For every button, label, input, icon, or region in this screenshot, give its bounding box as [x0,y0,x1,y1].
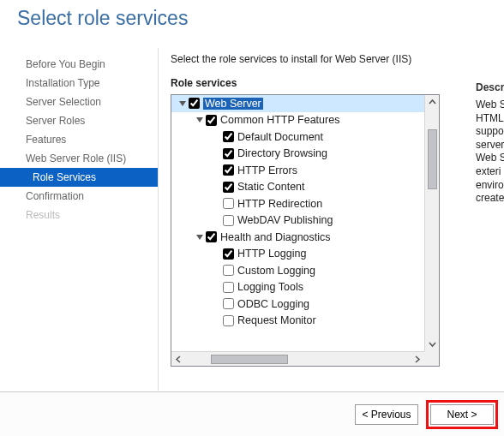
next-button[interactable]: Next > [430,404,494,425]
tree-node[interactable]: Web Server [171,95,424,112]
tree-checkbox[interactable] [189,98,200,109]
previous-button[interactable]: < Previous [355,404,418,425]
tree-node[interactable]: HTTP Errors [171,162,424,179]
tree-checkbox[interactable] [223,148,234,159]
scroll-right-icon[interactable] [411,353,424,366]
scroll-down-icon[interactable] [426,337,439,351]
sidebar-item-label: Installation Type [26,77,100,89]
tree-checkbox[interactable] [223,265,234,276]
vertical-scrollbar[interactable] [424,95,439,351]
scroll-thumb-h[interactable] [211,355,288,364]
tree-node-label: WebDAV Publishing [237,214,333,226]
tree-node[interactable]: ODBC Logging [171,296,424,313]
role-services-tree[interactable]: Web ServerCommon HTTP FeaturesDefault Do… [171,94,440,367]
tree-node[interactable]: HTTP Redirection [171,195,424,212]
tree-checkbox[interactable] [223,131,234,142]
tree-node[interactable]: Logging Tools [171,279,424,296]
tree-node[interactable]: Health and Diagnostics [171,229,424,246]
role-services-label: Role services [171,77,504,89]
tree-node[interactable]: Custom Logging [171,262,424,279]
sidebar-item-confirmation[interactable]: Confirmation [0,187,158,206]
sidebar-item-label: Confirmation [26,190,84,202]
expand-collapse-icon[interactable] [194,233,206,242]
tree-node-label: Common HTTP Features [220,114,339,126]
description-heading: Descr [476,81,504,93]
sidebar-item-server-selection[interactable]: Server Selection [0,93,158,111]
instruction-text: Select the role services to install for … [171,53,504,65]
tree-node-label: Health and Diagnostics [220,231,331,243]
tree-node[interactable]: WebDAV Publishing [171,212,424,230]
tree-node[interactable]: Default Document [171,128,424,146]
tree-node-label: Request Monitor [237,314,316,326]
tree-node-label: ODBC Logging [237,298,309,310]
tree-checkbox[interactable] [223,182,234,193]
sidebar-item-label: Server Roles [26,115,85,127]
sidebar-item-results: Results [0,206,158,224]
sidebar-item-label: Server Selection [26,96,101,108]
tree-node-label: Static Content [237,181,305,193]
tree-checkbox[interactable] [223,215,234,226]
tree-node[interactable]: HTTP Logging [171,246,424,263]
tree-node-label: HTTP Logging [237,248,306,260]
scroll-left-icon[interactable] [171,353,185,366]
tree-node[interactable]: Request Monitor [171,313,424,330]
horizontal-scrollbar[interactable] [171,351,424,366]
expand-collapse-icon[interactable] [177,99,189,108]
tree-checkbox[interactable] [206,231,217,242]
wizard-sidebar: Before You BeginInstallation TypeServer … [0,48,159,391]
svg-marker-0 [179,101,186,106]
sidebar-item-before-you-begin[interactable]: Before You Begin [0,55,158,74]
expand-collapse-icon[interactable] [194,116,206,124]
tree-checkbox[interactable] [206,115,217,126]
tree-checkbox[interactable] [223,282,234,293]
tree-checkbox[interactable] [223,298,234,309]
tree-node-label: Web Server [203,98,263,110]
tree-checkbox[interactable] [223,248,234,260]
tree-node-label: Custom Logging [237,265,315,277]
tree-node[interactable]: Static Content [171,179,424,196]
tree-node-label: Default Document [237,131,323,143]
wizard-title: Select role services [17,7,188,30]
tree-node-label: HTTP Redirection [237,198,322,210]
tree-node-label: Directory Browsing [237,147,327,159]
scroll-thumb-v[interactable] [428,129,437,189]
tree-node[interactable]: Common HTTP Features [171,112,424,129]
sidebar-item-label: Before You Begin [26,58,105,70]
sidebar-item-server-roles[interactable]: Server Roles [0,111,158,130]
sidebar-item-label: Features [26,134,66,146]
sidebar-item-web-server-role-iis-[interactable]: Web Server Role (IIS) [0,149,158,168]
scroll-corner [424,351,439,366]
svg-marker-1 [196,117,203,122]
sidebar-item-label: Role Services [33,171,96,183]
sidebar-item-label: Web Server Role (IIS) [26,152,126,164]
tree-checkbox[interactable] [223,315,234,326]
sidebar-item-installation-type[interactable]: Installation Type [0,74,158,93]
sidebar-item-features[interactable]: Features [0,130,158,149]
tree-checkbox[interactable] [223,198,234,209]
scroll-up-icon[interactable] [426,95,439,109]
tree-node-label: HTTP Errors [237,164,297,176]
description-text: Web SHTMLsupposerverWeb Sexterienvirocre… [476,99,504,206]
tree-node[interactable]: Directory Browsing [171,146,424,163]
tree-node-label: Logging Tools [237,281,303,293]
sidebar-item-label: Results [26,209,60,221]
sidebar-item-role-services[interactable]: Role Services [0,168,158,187]
svg-marker-2 [196,235,203,240]
tree-checkbox[interactable] [223,164,234,176]
wizard-footer: < Previous Next > [0,391,504,436]
